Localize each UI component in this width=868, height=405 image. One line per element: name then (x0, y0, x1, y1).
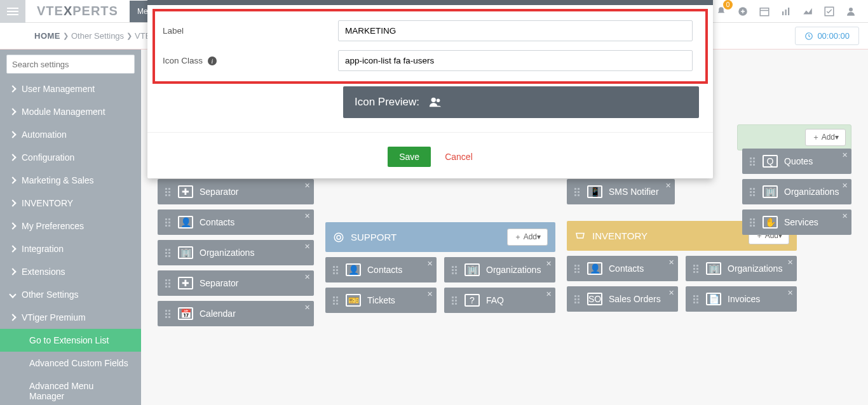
svg-point-17 (431, 98, 436, 102)
close-icon[interactable]: ✕ (427, 260, 433, 268)
add-button[interactable]: ＋ Add▾ (805, 129, 846, 146)
add-button[interactable]: ＋ Add▾ (507, 229, 548, 246)
close-icon[interactable]: ✕ (668, 289, 674, 297)
bar-chart-icon[interactable] (780, 6, 792, 17)
drag-handle-icon[interactable] (574, 188, 581, 196)
lifebuoy-icon (333, 232, 344, 243)
close-icon[interactable]: ✕ (546, 260, 552, 268)
module-sms-notifier[interactable]: 📱SMS Notifier✕ (567, 179, 675, 204)
user-icon[interactable] (845, 6, 857, 17)
close-icon[interactable]: ✕ (304, 303, 310, 312)
icon-preview-bar: Icon Preview: (343, 86, 699, 118)
sidebar-item-extensions[interactable]: Extensions (0, 260, 141, 283)
close-icon[interactable]: ✕ (304, 182, 310, 190)
drag-handle-icon[interactable] (574, 295, 581, 303)
hamburger-icon[interactable] (0, 0, 25, 23)
module-faq[interactable]: ?FAQ✕ (444, 288, 555, 313)
module-separator[interactable]: ✚Separator✕ (158, 270, 314, 296)
drag-handle-icon[interactable] (165, 279, 172, 288)
drag-handle-icon[interactable] (333, 266, 339, 274)
cancel-button[interactable]: Cancel (445, 152, 473, 162)
breadcrumb-home[interactable]: HOME (34, 31, 60, 41)
user-icon: 👤 (178, 216, 193, 229)
info-icon[interactable]: i (208, 56, 217, 65)
sidebar-item-module-management[interactable]: Module Management (0, 100, 141, 123)
check-square-icon[interactable] (824, 6, 835, 17)
save-button[interactable]: Save (388, 147, 431, 167)
calendar-icon[interactable] (759, 6, 770, 17)
module-calendar[interactable]: 📅Calendar✕ (158, 301, 314, 326)
highlighted-form: Label Icon Class i (153, 9, 708, 84)
drag-handle-icon[interactable] (165, 188, 172, 196)
module-contacts[interactable]: 👤Contacts✕ (567, 256, 678, 281)
drag-handle-icon[interactable] (693, 295, 700, 303)
close-icon[interactable]: ✕ (665, 182, 671, 190)
module-organizations[interactable]: 🏢Organizations✕ (444, 257, 555, 282)
user-icon: 👤 (346, 263, 361, 276)
drag-handle-icon[interactable] (452, 296, 458, 305)
icon-class-input[interactable] (338, 50, 693, 71)
drag-handle-icon[interactable] (750, 218, 756, 227)
label-input[interactable] (338, 20, 693, 41)
module-separator[interactable]: ✚Separator✕ (158, 179, 314, 204)
module-organizations[interactable]: 🏢Organizations✕ (686, 256, 797, 281)
building-icon: 🏢 (763, 185, 778, 198)
close-icon[interactable]: ✕ (842, 182, 848, 190)
sidebar-item-automation[interactable]: Automation (0, 123, 141, 146)
sidebar-item-configuration[interactable]: Configuration (0, 146, 141, 169)
area-chart-icon[interactable] (802, 6, 813, 17)
close-icon[interactable]: ✕ (787, 289, 793, 297)
sidebar-sub-advanced-menu-manager[interactable]: Advanced Menu Manager (0, 375, 141, 405)
drag-handle-icon[interactable] (452, 266, 458, 274)
module-sales-orders[interactable]: SOSales Orders✕ (567, 286, 678, 312)
sidebar-item-vtiger-premium[interactable]: VTiger Premium (0, 306, 141, 329)
close-icon[interactable]: ✕ (668, 258, 674, 267)
settings-sidebar: User Management Module Management Automa… (0, 50, 141, 405)
module-invoices[interactable]: 📄Invoices✕ (686, 286, 797, 312)
drag-handle-icon[interactable] (333, 296, 339, 305)
timer[interactable]: 00:00:00 (795, 27, 859, 45)
sidebar-item-other-settings[interactable]: Other Settings (0, 283, 141, 306)
sidebar-search[interactable] (6, 55, 135, 74)
svg-point-15 (334, 233, 343, 242)
sidebar-item-my-preferences[interactable]: My Preferences (0, 215, 141, 237)
label-field-label: Label (160, 26, 338, 36)
close-icon[interactable]: ✕ (304, 273, 310, 281)
sidebar-sub-extension-list[interactable]: Go to Extension List (0, 329, 141, 352)
drag-handle-icon[interactable] (574, 265, 581, 273)
close-icon[interactable]: ✕ (304, 212, 310, 220)
module-services[interactable]: ✋Services✕ (742, 209, 851, 235)
module-organizations[interactable]: 🏢Organizations✕ (742, 179, 851, 204)
svg-rect-10 (785, 10, 787, 15)
plus-circle-icon[interactable] (737, 6, 749, 17)
drag-handle-icon[interactable] (165, 310, 172, 318)
drag-handle-icon[interactable] (750, 188, 756, 196)
sidebar-item-user-management[interactable]: User Management (0, 77, 141, 100)
building-icon: 🏢 (178, 246, 193, 259)
group-header-support[interactable]: SUPPORT ＋ Add▾ (325, 222, 555, 252)
module-quotes[interactable]: QQuotes✕ (742, 149, 851, 174)
close-icon[interactable]: ✕ (842, 212, 848, 220)
bell-icon[interactable]: 0 (715, 6, 727, 17)
svg-point-16 (337, 236, 341, 239)
module-contacts[interactable]: 👤Contacts✕ (158, 209, 314, 235)
module-tickets[interactable]: 🎫Tickets✕ (325, 288, 437, 313)
sidebar-item-marketing-sales[interactable]: Marketing & Sales (0, 169, 141, 192)
sidebar-item-inventory[interactable]: INVENTORY (0, 192, 141, 215)
drag-handle-icon[interactable] (165, 249, 172, 257)
module-contacts[interactable]: 👤Contacts✕ (325, 257, 437, 282)
breadcrumb-seg[interactable]: Other Settings (71, 31, 124, 41)
edit-group-modal: Edit Group ✕ Label Icon Class i Icon Pre… (147, 0, 713, 178)
close-icon[interactable]: ✕ (842, 151, 848, 159)
drag-handle-icon[interactable] (750, 157, 756, 166)
drag-handle-icon[interactable] (165, 218, 172, 227)
close-icon[interactable]: ✕ (427, 290, 433, 298)
sidebar-item-integration[interactable]: Integration (0, 237, 141, 260)
module-organizations[interactable]: 🏢Organizations✕ (158, 240, 314, 265)
close-icon[interactable]: ✕ (787, 258, 793, 267)
close-icon[interactable]: ✕ (546, 290, 552, 298)
close-icon[interactable]: ✕ (304, 242, 310, 251)
sidebar-search-input[interactable] (12, 60, 129, 69)
sidebar-sub-advanced-custom-fields[interactable]: Advanced Custom Fields (0, 352, 141, 375)
drag-handle-icon[interactable] (693, 265, 700, 273)
